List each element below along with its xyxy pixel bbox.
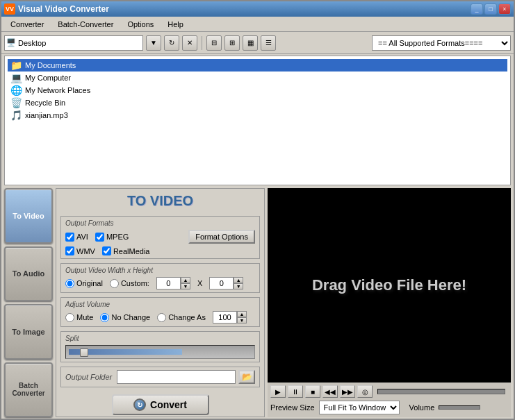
- preview-size-row: Preview Size Full Fit To Window Volume: [270, 401, 508, 414]
- wmv-label: WMV: [76, 247, 95, 255]
- change-as-radio[interactable]: [157, 313, 166, 322]
- menu-help[interactable]: Help: [161, 18, 190, 31]
- toolbar-separator: [202, 36, 202, 50]
- format-options-button[interactable]: Format Options: [188, 230, 255, 244]
- menu-converter[interactable]: Converter: [4, 18, 50, 31]
- file-item-network[interactable]: 🌐 My Network Places: [8, 84, 507, 96]
- window-title: Visual Video Converter: [18, 4, 468, 14]
- change-as-label: Change As: [168, 313, 206, 321]
- preview-area[interactable]: Drag Video File Here!: [268, 188, 511, 383]
- pause-button[interactable]: ⏸: [288, 385, 303, 398]
- mute-radio[interactable]: [65, 313, 74, 322]
- formats-row: AVI MPEG Format Options: [65, 230, 255, 244]
- batch-converter-button[interactable]: Batch Converter: [4, 362, 53, 418]
- width-arrows: ▲ ▼: [181, 277, 190, 289]
- maximize-button[interactable]: □: [484, 3, 497, 15]
- file-item-computer[interactable]: 💻 My Computer: [8, 72, 507, 84]
- volume-spinner: ▲ ▼: [213, 311, 247, 324]
- width-up[interactable]: ▲: [181, 277, 190, 283]
- stop-button[interactable]: ■: [305, 385, 320, 398]
- size-separator: X: [197, 279, 202, 287]
- video-size-group: Output Video Width x Height Original Cus…: [60, 263, 260, 293]
- height-spinner: ▲ ▼: [209, 277, 243, 289]
- height-input[interactable]: [209, 277, 234, 289]
- browse-folder-button[interactable]: 📂: [238, 370, 255, 384]
- width-input[interactable]: [156, 277, 181, 289]
- menu-batch-converter[interactable]: Batch-Converter: [51, 18, 120, 31]
- file-item-mp3[interactable]: 🎵 xianjian.mp3: [8, 109, 507, 121]
- volume-input[interactable]: [213, 311, 237, 324]
- folder-icon: 📁: [10, 60, 22, 71]
- close-button[interactable]: ×: [498, 3, 511, 15]
- close-btn[interactable]: ✕: [182, 35, 197, 51]
- no-change-radio-item: No Change: [100, 313, 150, 322]
- avi-checkbox-item: AVI: [65, 233, 88, 242]
- no-change-radio[interactable]: [100, 313, 109, 322]
- split-slider[interactable]: [65, 345, 255, 359]
- original-radio[interactable]: [65, 279, 74, 288]
- file-item-recycle[interactable]: 🗑️ Recycle Bin: [8, 96, 507, 109]
- to-audio-button[interactable]: To Audio: [4, 246, 53, 302]
- volume-label: Volume: [409, 403, 435, 412]
- original-radio-item: Original: [65, 279, 103, 288]
- toolbar: 🖥️ Desktop ▼ ↻ ✕ ⊟ ⊞ ▦ ☰ == All Supporte…: [1, 32, 514, 54]
- output-formats-group: Output Formats AVI MPEG Format Options: [60, 216, 260, 259]
- screenshot-button[interactable]: ◎: [357, 385, 373, 398]
- realmedia-checkbox[interactable]: [102, 246, 111, 255]
- volume-row: Mute No Change Change As ▲ ▼: [65, 311, 255, 324]
- custom-radio-item: Custom:: [110, 279, 149, 288]
- minimize-button[interactable]: _: [471, 3, 483, 15]
- height-arrows: ▲ ▼: [234, 277, 243, 289]
- next-button[interactable]: ▶▶: [340, 385, 355, 398]
- address-dropdown-btn[interactable]: ▼: [146, 35, 161, 51]
- vol-down[interactable]: ▼: [237, 317, 247, 324]
- menu-bar: Converter Batch-Converter Options Help: [1, 17, 514, 32]
- custom-radio[interactable]: [110, 279, 119, 288]
- side-buttons: To Video To Audio To Image Batch Convert…: [4, 188, 53, 417]
- output-folder-label: Output Folder: [65, 373, 114, 381]
- vol-up[interactable]: ▲: [237, 311, 247, 317]
- wmv-checkbox[interactable]: [65, 246, 74, 255]
- to-image-button[interactable]: To Image: [4, 304, 53, 360]
- height-down[interactable]: ▼: [234, 283, 243, 289]
- playback-progress[interactable]: [377, 389, 505, 394]
- mute-label: Mute: [76, 313, 93, 321]
- avi-checkbox[interactable]: [65, 233, 74, 242]
- prev-button[interactable]: ◀◀: [322, 385, 338, 398]
- format-dropdown: == All Supported Formats====: [372, 35, 511, 51]
- split-label: Split: [65, 335, 255, 342]
- playback-row: ▶ ⏸ ■ ◀◀ ▶▶ ◎: [270, 385, 508, 398]
- to-video-button[interactable]: To Video: [4, 188, 53, 244]
- refresh-btn[interactable]: ↻: [164, 35, 179, 51]
- title-bar: VV Visual Video Converter _ □ ×: [1, 1, 514, 17]
- mpeg-checkbox[interactable]: [95, 233, 104, 242]
- video-size-row: Original Custom: ▲ ▼ X: [65, 277, 255, 289]
- volume-arrows: ▲ ▼: [237, 311, 247, 324]
- realmedia-checkbox-item: RealMedia: [102, 246, 150, 255]
- view-btn-1[interactable]: ⊟: [206, 35, 222, 51]
- file-panel: 📁 My Documents 💻 My Computer 🌐 My Networ…: [4, 56, 511, 185]
- menu-options[interactable]: Options: [121, 18, 160, 31]
- formats-row-2: WMV RealMedia: [65, 246, 255, 255]
- play-button[interactable]: ▶: [270, 385, 286, 398]
- width-down[interactable]: ▼: [181, 283, 190, 289]
- custom-label: Custom:: [121, 279, 149, 287]
- original-label: Original: [76, 279, 103, 287]
- mpeg-checkbox-item: MPEG: [95, 233, 129, 242]
- preview-size-select[interactable]: Full Fit To Window: [319, 401, 400, 414]
- output-folder-input[interactable]: [117, 370, 236, 384]
- convert-button[interactable]: ↻ Convert: [112, 394, 209, 415]
- file-item-documents[interactable]: 📁 My Documents: [8, 59, 507, 72]
- split-slider-thumb[interactable]: [80, 348, 88, 357]
- width-spinner: ▲ ▼: [156, 277, 190, 289]
- format-select[interactable]: == All Supported Formats====: [372, 35, 511, 51]
- mute-radio-item: Mute: [65, 313, 93, 322]
- mp3-icon: 🎵: [10, 110, 22, 121]
- view-btn-2[interactable]: ⊞: [224, 35, 240, 51]
- address-icon: 🖥️: [6, 38, 16, 47]
- volume-slider[interactable]: [439, 405, 480, 410]
- height-up[interactable]: ▲: [234, 277, 243, 283]
- view-btn-4[interactable]: ☰: [261, 35, 276, 51]
- view-btn-3[interactable]: ▦: [243, 35, 258, 51]
- address-text: Desktop: [18, 39, 46, 47]
